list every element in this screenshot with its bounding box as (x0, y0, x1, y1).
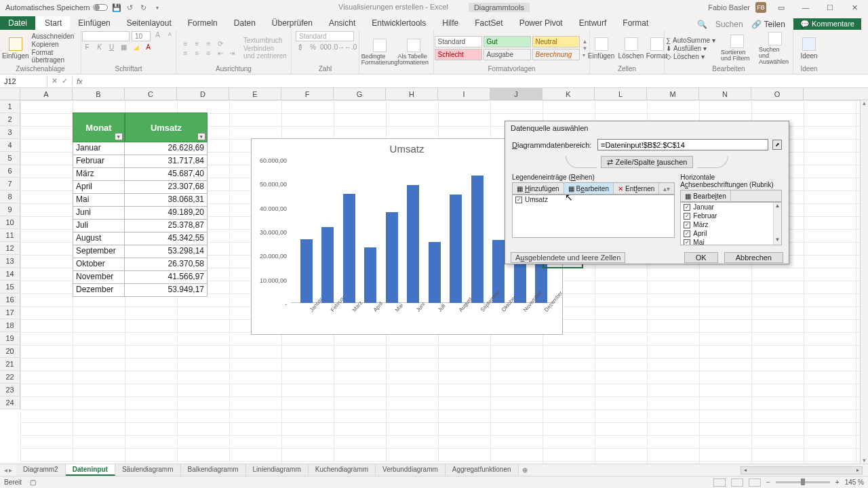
chart-bar[interactable] (386, 212, 398, 304)
cell-month[interactable]: Januar (73, 142, 125, 155)
style-standard[interactable]: Standard (435, 36, 482, 47)
ribbon-tab-power pivot[interactable]: Power Pivot (511, 16, 571, 30)
ribbon-tab-hilfe[interactable]: Hilfe (434, 16, 467, 30)
cell-value[interactable]: 53.298,14 (125, 245, 208, 258)
chart-bar[interactable] (407, 185, 419, 303)
comments-button[interactable]: 💬 Kommentare (793, 18, 861, 30)
cell-month[interactable]: Mai (73, 194, 125, 207)
fill-color-button[interactable]: ◢ (131, 43, 141, 51)
category-item[interactable]: ✓Februar (681, 211, 781, 220)
checkbox-icon[interactable]: ✓ (684, 213, 690, 220)
ribbon-tab-einfügen[interactable]: Einfügen (70, 16, 118, 30)
row-header[interactable]: 1 (0, 100, 20, 113)
table-row[interactable]: September53.298,14 (73, 245, 229, 258)
ribbon-tab-formeln[interactable]: Formeln (180, 16, 226, 30)
ribbon-options-icon[interactable]: ▭ (772, 3, 791, 12)
ribbon-tab-entwurf[interactable]: Entwurf (571, 16, 615, 30)
categories-listbox[interactable]: ✓Januar✓Februar✓März✓April✓Mai ▲▼ (680, 202, 782, 245)
fill-button[interactable]: ⬇ Ausfüllen ▾ (666, 45, 715, 52)
checkbox-icon[interactable]: ✓ (684, 230, 690, 237)
row-header[interactable]: 22 (0, 371, 20, 384)
chart-bar[interactable] (471, 176, 484, 303)
add-sheet-button[interactable]: ⊕ (519, 466, 531, 474)
remove-series-button[interactable]: ✕ Entfernen (614, 183, 659, 194)
cell-value[interactable]: 41.566,97 (125, 271, 208, 284)
sheet-tab[interactable]: Säulendiagramm (115, 464, 181, 476)
chart-range-input[interactable] (597, 139, 768, 150)
chart-bar[interactable] (450, 195, 462, 303)
page-layout-view-icon[interactable] (731, 479, 743, 487)
row-header[interactable]: 7 (0, 178, 20, 190)
cell-value[interactable]: 49.189,20 (125, 207, 208, 220)
cell-value[interactable]: 26.628,69 (125, 142, 208, 155)
hidden-empty-cells-button[interactable]: Ausgeblendete und leere Zellen (511, 252, 625, 263)
close-button[interactable]: ✕ (845, 3, 864, 12)
row-header[interactable]: 21 (0, 358, 20, 371)
sheet-tab[interactable]: Diagramm2 (16, 464, 66, 476)
col-header[interactable]: J (490, 88, 542, 100)
row-header[interactable]: 19 (0, 332, 20, 345)
copy-button[interactable]: Kopieren (32, 41, 79, 48)
file-tab[interactable]: Datei (0, 16, 35, 30)
row-header[interactable]: 18 (0, 319, 20, 332)
ribbon-tab-daten[interactable]: Daten (226, 16, 264, 30)
table-row[interactable]: Oktober26.370,58 (73, 258, 229, 271)
sheet-tab[interactable]: Kuchendiagramm (309, 464, 376, 476)
italic-button[interactable]: K (94, 43, 104, 51)
filter-icon[interactable]: ▾ (115, 133, 123, 140)
category-item[interactable]: ✓März (681, 220, 781, 229)
style-neutral[interactable]: Neutral (532, 36, 580, 47)
style-gut[interactable]: Gut (484, 36, 531, 47)
sheet-nav-last-icon[interactable]: ▸ (9, 466, 12, 474)
autosum-button[interactable]: ∑ AutoSumme ▾ (666, 37, 715, 44)
cell-month[interactable]: Oktober (73, 258, 125, 271)
font-size-input[interactable]: 10 (132, 31, 151, 41)
edit-series-button[interactable]: ▦ Bearbeiten (564, 183, 614, 194)
confirm-formula-icon[interactable]: ✓ (62, 77, 68, 85)
style-berechnung[interactable]: Berechnung (532, 49, 580, 60)
chart-bar[interactable] (429, 242, 441, 303)
ribbon-tab-format[interactable]: Format (614, 16, 656, 30)
chart-bar[interactable] (343, 194, 355, 303)
table-row[interactable]: Dezember53.949,17 (73, 284, 229, 297)
row-header[interactable]: 5 (0, 152, 20, 165)
font-name-input[interactable] (82, 31, 130, 41)
style-schlecht[interactable]: Schlecht (435, 49, 482, 60)
ribbon-tab-überprüfen[interactable]: Überprüfen (264, 16, 321, 30)
row-header[interactable]: 6 (0, 165, 20, 178)
row-header[interactable]: 24 (0, 396, 20, 409)
percent-icon[interactable]: % (308, 43, 318, 51)
cell-value[interactable]: 53.949,17 (125, 284, 208, 297)
table-header-value[interactable]: Umsatz ▾ (125, 113, 208, 142)
macro-record-icon[interactable]: ▢ (30, 479, 36, 486)
table-row[interactable]: Juli25.378,87 (73, 220, 229, 232)
ideas-button[interactable]: Ideen (793, 37, 825, 60)
sheet-tab[interactable]: Verbunddiagramm (376, 464, 446, 476)
cell-month[interactable]: Juli (73, 220, 125, 232)
ribbon-tab-start[interactable]: Start (37, 16, 70, 30)
zoom-slider[interactable] (776, 481, 830, 483)
maximize-button[interactable]: ☐ (821, 3, 840, 12)
minimize-button[interactable]: — (796, 3, 815, 12)
row-header[interactable]: 2 (0, 113, 20, 126)
cut-button[interactable]: Ausschneiden (32, 33, 79, 40)
sheet-tab[interactable]: Dateninput (66, 464, 115, 476)
table-row[interactable]: Januar26.628,69 (73, 142, 229, 155)
filter-icon[interactable]: ▾ (197, 133, 205, 140)
row-header[interactable]: 16 (0, 293, 20, 306)
switch-row-column-button[interactable]: ⇄ Zeile/Spalte tauschen (601, 156, 694, 168)
share-button[interactable]: 🔗 Teilen (751, 20, 785, 29)
sheet-nav-first-icon[interactable]: ◂ (4, 466, 7, 474)
row-header[interactable]: 13 (0, 255, 20, 268)
chart-bar[interactable] (300, 239, 313, 303)
font-color-button[interactable]: A (143, 43, 153, 51)
col-header[interactable]: N (699, 88, 751, 100)
col-header[interactable]: H (386, 88, 438, 100)
series-reorder-button[interactable]: ▴▾ (659, 183, 674, 194)
cell-styles-gallery[interactable]: Standard Gut Neutral Schlecht Ausgabe Be… (435, 36, 580, 60)
chart-bar[interactable] (364, 247, 376, 303)
checkbox-icon[interactable]: ✓ (684, 239, 690, 246)
col-header[interactable]: G (334, 88, 386, 100)
align-left-icon[interactable]: ≡ (180, 49, 191, 57)
checkbox-icon[interactable]: ✓ (684, 204, 690, 211)
